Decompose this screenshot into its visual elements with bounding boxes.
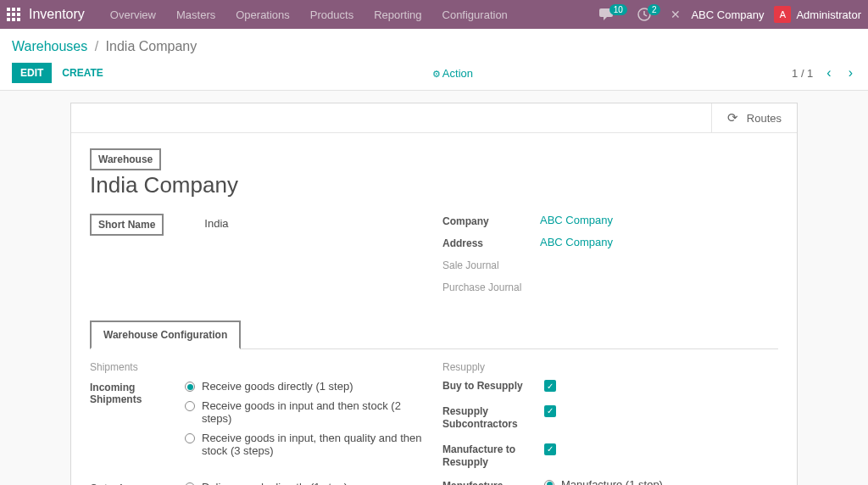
sale-journal-label: Sale Journal [442, 258, 540, 271]
radio-icon [185, 382, 195, 392]
shipments-title: Shipments [90, 361, 426, 373]
nav-menu: Overview Masters Operations Products Rep… [102, 2, 516, 28]
pager: 1 / 1 ‹ › [792, 65, 856, 81]
avatar: A [774, 6, 791, 23]
radio-icon [185, 401, 195, 411]
create-button[interactable]: CREATE [52, 63, 113, 83]
outgoing-label: Outgoing Shipments [90, 481, 185, 485]
activities-badge: 2 [648, 4, 661, 15]
nav-operations[interactable]: Operations [227, 2, 298, 28]
refresh-icon: ⟳ [727, 110, 738, 125]
activities-icon[interactable]: 2 [637, 8, 661, 21]
company-label: Company [442, 214, 540, 227]
app-brand[interactable]: Inventory [29, 7, 85, 22]
breadcrumb-root[interactable]: Warehouses [12, 39, 87, 53]
company-value[interactable]: ABC Company [540, 214, 613, 227]
address-label: Address [442, 236, 540, 249]
debug-icon[interactable]: ✕ [670, 8, 681, 21]
button-box: ⟳ Routes [71, 103, 797, 133]
edit-button[interactable]: EDIT [12, 63, 52, 83]
control-panel: Warehouses / India Company EDIT CREATE ⚙… [0, 29, 868, 90]
buy-resupply-checkbox[interactable]: ✓ [544, 380, 556, 392]
warehouse-label-box: Warehouse [90, 148, 161, 170]
radio-icon [544, 480, 554, 485]
tab-strip: Warehouse Configuration [90, 321, 778, 349]
resupply-subcon-checkbox[interactable]: ✓ [544, 405, 556, 417]
incoming-opt-1[interactable]: Receive goods directly (1 step) [185, 380, 426, 393]
nav-right: 10 2 ✕ ABC Company A Administrator [599, 6, 861, 23]
outgoing-opt-1[interactable]: Deliver goods directly (1 step) [185, 481, 426, 485]
breadcrumb-current: India Company [106, 39, 198, 53]
apps-icon[interactable] [7, 8, 20, 21]
nav-configuration[interactable]: Configuration [434, 2, 516, 28]
nav-reporting[interactable]: Reporting [365, 2, 430, 28]
pager-prev[interactable]: ‹ [823, 65, 834, 81]
purchase-journal-label: Purchase Journal [442, 280, 540, 293]
pager-next[interactable]: › [845, 65, 856, 81]
mfg-resupply-label: Manufacture to Resupply [442, 443, 544, 470]
incoming-label: Incoming Shipments [90, 380, 185, 464]
radio-icon [185, 433, 195, 443]
nav-masters[interactable]: Masters [168, 2, 224, 28]
messages-badge: 10 [609, 4, 627, 15]
nav-products[interactable]: Products [302, 2, 362, 28]
address-value[interactable]: ABC Company [540, 236, 613, 249]
user-menu[interactable]: A Administrator [774, 6, 861, 23]
short-name-value: India [204, 214, 228, 237]
nav-overview[interactable]: Overview [102, 2, 164, 28]
tab-warehouse-config[interactable]: Warehouse Configuration [90, 321, 241, 349]
mfg-resupply-checkbox[interactable]: ✓ [544, 443, 556, 455]
username: Administrator [796, 8, 861, 21]
resupply-subcon-label: Resupply Subcontractors [442, 405, 544, 432]
form-sheet: ⟳ Routes Warehouse India Company Short N… [70, 103, 798, 485]
short-name-label-box: Short Name [90, 214, 164, 236]
tab-content: Shipments Incoming Shipments Receive goo… [71, 349, 797, 485]
warehouse-name: India Company [90, 172, 778, 198]
mfg-opt-1[interactable]: Manufacture (1 step) [544, 478, 778, 485]
incoming-opt-3[interactable]: Receive goods in input, then quality and… [185, 432, 426, 457]
pager-text: 1 / 1 [792, 67, 813, 80]
top-nav: Inventory Overview Masters Operations Pr… [0, 0, 868, 29]
gear-icon: ⚙ [432, 69, 441, 79]
messages-icon[interactable]: 10 [599, 8, 627, 20]
breadcrumb: Warehouses / India Company [12, 39, 856, 54]
routes-button[interactable]: ⟳ Routes [711, 103, 797, 132]
action-menu[interactable]: ⚙Action [432, 67, 473, 80]
manufacture-label: Manufacture [442, 478, 544, 485]
main-area: ⟳ Routes Warehouse India Company Short N… [0, 90, 868, 485]
buy-resupply-label: Buy to Resupply [442, 380, 544, 393]
incoming-opt-2[interactable]: Receive goods in input and then stock (2… [185, 399, 426, 425]
resupply-title: Resupply [442, 361, 778, 373]
company-switcher[interactable]: ABC Company [691, 8, 764, 21]
